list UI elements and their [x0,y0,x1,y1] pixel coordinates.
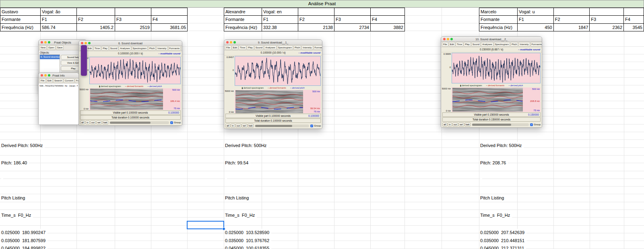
fill-handle[interactable] [222,227,225,230]
menu-item[interactable]: Analyses [264,45,276,50]
group-toggle[interactable]: ✓ Group [170,121,181,124]
empty-cell[interactable] [553,8,590,16]
speaker-name-cell[interactable]: Alexandre [224,8,262,16]
vowel-cell[interactable]: Vogal: ão [41,8,77,16]
close-button[interactable] [226,41,229,44]
pitch-listing-label[interactable]: Pitch Listing [225,194,251,202]
zoom-nav-button[interactable]: out [235,124,241,128]
minimize-button[interactable] [44,74,47,77]
freq-cell[interactable]: 586.74 [41,23,77,31]
freq-cell[interactable]: 2362 [590,23,624,31]
zoom-nav-button[interactable]: sel [242,124,247,128]
empty-cell[interactable] [371,8,405,16]
pitch-text[interactable]: Pitch: 186.40 [1,159,29,167]
zoom-nav-button[interactable]: out [90,120,96,124]
menu-item[interactable]: New [39,45,47,50]
menu-item[interactable]: File [442,42,448,47]
menu-item[interactable]: Intensity [301,45,313,50]
window-titlebar[interactable]: 10. Sound download__2_ [441,37,542,42]
menu-item[interactable]: File [225,45,231,50]
formant-cell[interactable]: F2 [77,16,115,23]
formant-cell[interactable]: F3 [590,16,624,23]
freq-cell[interactable]: 2734 [334,23,371,31]
zoom-nav-button[interactable]: all [80,120,85,124]
group-toggle[interactable]: ✓ Group [530,123,541,126]
time-ruler[interactable]: 0.150000 (6.667 / s) ~ modifiable sound [441,47,542,52]
zoom-nav-button[interactable]: bak [464,122,471,127]
total-duration-bar[interactable]: Total duration 0.150000 seconds [442,117,541,122]
formant-cell[interactable]: F4 [151,16,188,23]
spectrogram-panel[interactable]: 500 Hz 99.54 Hz 75 Hz [235,90,321,113]
zoom-button[interactable] [48,41,50,44]
freq-cell[interactable]: 3545 [624,23,644,31]
minimize-button[interactable] [85,42,87,44]
menu-item[interactable]: Edit [46,78,53,83]
freq-label-cell[interactable]: Frequência (Hz) [479,23,518,31]
waveform-panel[interactable] [235,56,321,86]
formant-cell[interactable]: F1 [262,16,298,23]
derived-pitch-text[interactable]: Derived Pitch: 500Hz [480,142,524,149]
group-checkbox[interactable]: ✓ [310,124,313,127]
menu-item[interactable]: Sound [471,42,481,47]
menu-item[interactable]: File [39,78,46,83]
scrollbar-thumb[interactable] [110,122,151,124]
menu-item[interactable]: Search [53,78,63,83]
menu-item[interactable]: Pulses [181,46,182,51]
pitch-listing-label[interactable]: Pitch Listing [480,194,506,202]
zoom-nav-button[interactable]: bak [102,120,109,124]
window-titlebar[interactable]: Praat Info [39,73,78,78]
pitch-row[interactable]: 0.035000 210.448151 [480,237,526,245]
pitch-text[interactable]: Pitch: 208.76 [480,159,508,167]
time-ruler[interactable]: 0.100000 (10.000 / s) ~ modifiable sound [224,50,322,56]
menu-item[interactable]: Analyses [119,46,131,51]
visible-part-bar[interactable]: Visible part 0.100000 seconds 0.100000 [225,114,321,118]
selected-cell[interactable] [187,221,224,229]
zoom-nav-button[interactable]: in [85,120,90,124]
menu-item[interactable]: Formants [314,45,322,50]
pitch-row[interactable]: 0.025000 207.542639 [480,229,526,237]
zoom-nav-button[interactable]: bak [248,124,254,128]
derived-pitch-text[interactable]: Derived Pitch: 500Hz [225,142,268,149]
vowel-cell[interactable]: Vogal: u [517,8,553,16]
sheet-title[interactable]: Análise Praat [0,0,644,8]
close-button[interactable] [41,41,43,44]
time-ruler[interactable]: 0.100000 (10.000 / s) ~ modifiable sound [79,51,182,56]
blank-row[interactable] [480,177,482,185]
formant-cell[interactable]: F2 [298,16,334,23]
pitch-row[interactable]: 0.045000 184.899822 [1,245,47,249]
freq-cell[interactable]: 1847 [553,23,590,31]
menu-item[interactable]: Sound [254,45,264,50]
menu-item[interactable]: Edit [449,42,455,47]
empty-cell[interactable] [298,8,334,16]
formant-cell[interactable]: F3 [115,16,151,23]
zoom-nav-button[interactable]: sel [458,122,464,127]
formant-cell[interactable]: F1 [517,16,553,23]
zoom-nav-button[interactable]: all [442,122,447,127]
freq-cell[interactable]: 3882 [371,23,405,31]
pitch-row[interactable]: 0.035000 181.807599 [1,237,47,245]
formant-cell[interactable]: F4 [371,16,405,23]
scrollbar-thumb[interactable] [255,125,292,127]
menu-item[interactable]: Intensity [518,42,530,47]
freq-label-cell[interactable]: Frequência (Hz) [224,23,262,31]
menu-item[interactable]: Formants [168,46,181,51]
menu-item[interactable]: Time [456,42,463,47]
zoom-nav-button[interactable]: all [225,124,230,128]
scrollbar-thumb[interactable] [472,124,511,126]
zoom-button[interactable] [233,41,236,44]
spectrogram-panel[interactable]: 500 Hz 186.4 Hz 75 Hz [89,88,181,110]
blank-row[interactable] [1,177,3,185]
menu-item[interactable]: Time [93,46,101,51]
freq-cell[interactable]: 2519 [115,23,151,31]
menu-item[interactable]: Pitch [510,42,518,47]
total-duration-bar[interactable]: Total duration 0.100000 seconds [225,118,321,123]
vowel-cell[interactable]: Vogal: en [262,8,298,16]
menu-item[interactable]: Formants [530,42,542,47]
zoom-button[interactable] [88,42,91,44]
menu-item[interactable]: Font [75,78,78,83]
close-button[interactable] [443,38,446,40]
speaker-name-cell[interactable]: Gustavo [0,8,41,16]
freq-cell[interactable]: 3681.05 [151,23,188,31]
zoom-nav-button[interactable]: sel [96,120,102,124]
empty-cell[interactable] [624,8,644,16]
